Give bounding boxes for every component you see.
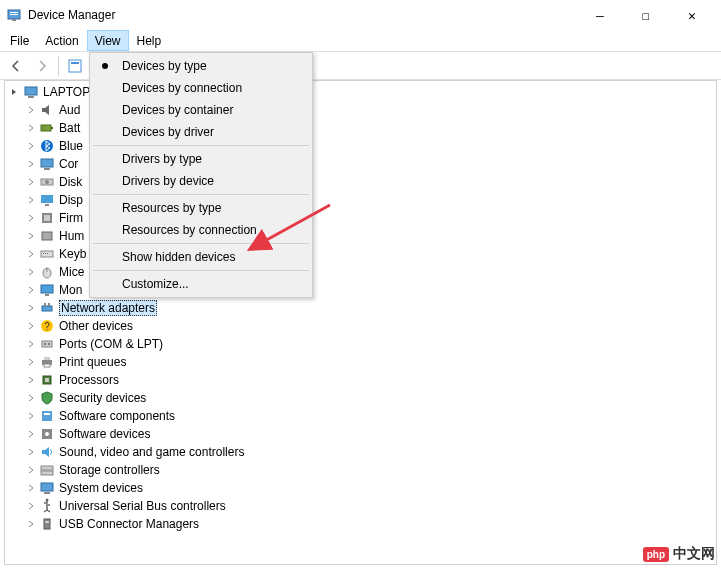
view-devices-by-type[interactable]: Devices by type — [92, 55, 310, 77]
expand-icon[interactable] — [25, 176, 37, 188]
window-controls: — ☐ ✕ — [577, 0, 715, 30]
tree-item-label: Disp — [59, 193, 83, 207]
properties-button[interactable] — [63, 54, 87, 78]
expand-icon[interactable] — [25, 338, 37, 350]
tree-item-label: Print queues — [59, 355, 126, 369]
app-icon — [6, 7, 22, 23]
view-customize[interactable]: Customize... — [92, 273, 310, 295]
expand-icon[interactable] — [25, 212, 37, 224]
svg-rect-4 — [69, 60, 81, 72]
swdev-icon — [39, 426, 55, 442]
back-button[interactable] — [4, 54, 28, 78]
expand-icon[interactable] — [25, 302, 37, 314]
expand-icon[interactable] — [25, 410, 37, 422]
svg-rect-1 — [10, 12, 18, 13]
view-devices-by-container[interactable]: Devices by container — [92, 99, 310, 121]
svg-rect-48 — [41, 471, 53, 475]
tree-item[interactable]: Ports (COM & LPT) — [5, 335, 716, 353]
menu-help[interactable]: Help — [129, 30, 170, 51]
tree-item[interactable]: USB Connector Managers — [5, 515, 716, 533]
expand-icon[interactable] — [25, 392, 37, 404]
tree-item-label: Batt — [59, 121, 80, 135]
port-icon — [39, 336, 55, 352]
view-drivers-by-type[interactable]: Drivers by type — [92, 148, 310, 170]
tree-item[interactable]: Sound, video and game controllers — [5, 443, 716, 461]
expand-icon[interactable] — [25, 500, 37, 512]
tree-item[interactable]: Processors — [5, 371, 716, 389]
display-icon — [39, 192, 55, 208]
monitor-icon — [39, 282, 55, 298]
tree-item[interactable]: System devices — [5, 479, 716, 497]
tree-item-label: Keyb — [59, 247, 86, 261]
expand-icon[interactable] — [25, 428, 37, 440]
network-icon — [39, 300, 55, 316]
tree-item[interactable]: ?Other devices — [5, 317, 716, 335]
menu-action[interactable]: Action — [37, 30, 86, 51]
menu-item-label: Devices by type — [122, 59, 207, 73]
expand-icon[interactable] — [25, 482, 37, 494]
menu-file[interactable]: File — [2, 30, 37, 51]
svg-rect-42 — [45, 378, 49, 382]
tree-item-label: System devices — [59, 481, 143, 495]
menu-item-label: Devices by connection — [122, 81, 242, 95]
view-resources-by-connection[interactable]: Resources by connection — [92, 219, 310, 241]
expand-icon[interactable] — [25, 446, 37, 458]
svg-point-36 — [44, 343, 46, 345]
view-devices-by-connection[interactable]: Devices by connection — [92, 77, 310, 99]
menu-item-label: Show hidden devices — [122, 250, 235, 264]
view-drivers-by-device[interactable]: Drivers by device — [92, 170, 310, 192]
expand-icon[interactable] — [25, 464, 37, 476]
expand-icon[interactable] — [25, 374, 37, 386]
tree-item[interactable]: Network adapters — [5, 299, 716, 317]
svg-point-46 — [45, 432, 49, 436]
svg-rect-53 — [45, 521, 49, 523]
tree-item[interactable]: Security devices — [5, 389, 716, 407]
menu-item-label: Drivers by type — [122, 152, 202, 166]
maximize-button[interactable]: ☐ — [623, 0, 669, 30]
svg-rect-52 — [44, 519, 50, 529]
tree-item-label: Disk — [59, 175, 82, 189]
menu-item-label: Customize... — [122, 277, 189, 291]
usbconn-icon — [39, 516, 55, 532]
expand-icon[interactable] — [25, 320, 37, 332]
expand-icon[interactable] — [25, 158, 37, 170]
tree-item[interactable]: Universal Serial Bus controllers — [5, 497, 716, 515]
view-devices-by-driver[interactable]: Devices by driver — [92, 121, 310, 143]
tree-item-label: Software components — [59, 409, 175, 423]
expand-icon[interactable] — [25, 122, 37, 134]
tree-item-label: Other devices — [59, 319, 133, 333]
tree-item[interactable]: Software components — [5, 407, 716, 425]
hid-icon — [39, 228, 55, 244]
expand-icon[interactable] — [25, 356, 37, 368]
minimize-button[interactable]: — — [577, 0, 623, 30]
forward-button[interactable] — [30, 54, 54, 78]
expand-icon[interactable] — [25, 266, 37, 278]
tree-item-label: Storage controllers — [59, 463, 160, 477]
tree-item-label: Network adapters — [59, 300, 157, 316]
watermark-text: 中文网 — [673, 545, 715, 563]
svg-rect-23 — [43, 253, 44, 254]
collapse-icon[interactable] — [9, 86, 21, 98]
tree-item[interactable]: Print queues — [5, 353, 716, 371]
tree-item[interactable]: Software devices — [5, 425, 716, 443]
close-button[interactable]: ✕ — [669, 0, 715, 30]
audio-icon — [39, 102, 55, 118]
view-resources-by-type[interactable]: Resources by type — [92, 197, 310, 219]
view-show-hidden-devices[interactable]: Show hidden devices — [92, 246, 310, 268]
expand-icon[interactable] — [25, 518, 37, 530]
menu-separator — [93, 194, 309, 195]
expand-icon[interactable] — [25, 284, 37, 296]
menu-view[interactable]: View — [87, 30, 129, 51]
expand-icon[interactable] — [25, 248, 37, 260]
svg-rect-24 — [45, 253, 46, 254]
tree-item-label: Security devices — [59, 391, 146, 405]
expand-icon[interactable] — [25, 194, 37, 206]
keyboard-icon — [39, 246, 55, 262]
expand-icon[interactable] — [25, 104, 37, 116]
firmware-icon — [39, 210, 55, 226]
view-dropdown: Devices by type Devices by connection De… — [89, 52, 313, 298]
svg-rect-17 — [41, 195, 53, 203]
expand-icon[interactable] — [25, 230, 37, 242]
tree-item[interactable]: Storage controllers — [5, 461, 716, 479]
expand-icon[interactable] — [25, 140, 37, 152]
